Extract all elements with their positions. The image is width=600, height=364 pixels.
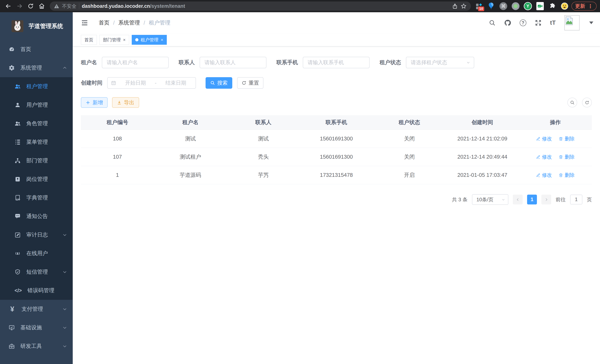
user-avatar[interactable] [564, 15, 580, 30]
extension-command[interactable]: ⌘ [499, 2, 508, 10]
font-size-icon[interactable]: tT [550, 19, 556, 26]
refresh-icon [585, 100, 590, 105]
sidebar-item-label: 短信管理 [26, 268, 48, 276]
sidebar-item-menu[interactable]: 菜单管理 [0, 133, 73, 151]
date-range-picker[interactable]: 开始日期 - 结束日期 [107, 77, 196, 89]
edit-link[interactable]: 修改 [536, 135, 552, 142]
browser-home-button[interactable] [37, 1, 47, 11]
extension-balloon[interactable] [487, 2, 495, 10]
app-logo-row[interactable]: 芋道管理系统 [0, 12, 73, 40]
sidebar-item-user[interactable]: 用户管理 [0, 96, 73, 114]
yen-icon: ¥ [9, 305, 16, 313]
delete-label: 删除 [564, 135, 575, 142]
delete-link[interactable]: 删除 [559, 135, 575, 142]
not-secure-warning-icon [54, 3, 59, 9]
sidebar-item-system[interactable]: 系统管理 [0, 59, 73, 77]
refresh-table-button[interactable] [582, 98, 592, 107]
tab-close-icon[interactable]: × [123, 37, 126, 42]
page-size-select[interactable]: 10条/页 [472, 194, 508, 205]
browser-profile-avatar[interactable] [560, 2, 569, 10]
sidebar: 芋道管理系统 首页 系统管理 租户管理 用户管理 角色管理 菜单管理 部门管理 [0, 12, 73, 364]
breadcrumb-home[interactable]: 首页 [99, 19, 110, 27]
search-button-label: 搜索 [217, 79, 228, 86]
sidebar-item-payment[interactable]: ¥ 支付管理 [0, 300, 73, 318]
sidebar-item-infra[interactable]: 基础设施 [0, 318, 73, 337]
edit-link[interactable]: 修改 [536, 172, 552, 178]
edit-label: 修改 [542, 154, 552, 160]
delete-link[interactable]: 删除 [559, 172, 575, 178]
tab-home[interactable]: 首页 [81, 35, 97, 45]
extensions-puzzle-button[interactable] [548, 2, 557, 10]
chevron-down-icon [62, 325, 67, 330]
refresh-icon [242, 81, 246, 85]
share-icon[interactable] [452, 3, 458, 9]
browser-back-button[interactable] [3, 1, 13, 11]
url-path: /system/tenant [150, 3, 185, 9]
sidebar-item-role[interactable]: 角色管理 [0, 114, 73, 133]
fullscreen-icon[interactable] [535, 19, 542, 26]
sidebar-item-error-code[interactable]: </> 错误码管理 [0, 281, 73, 300]
browser-update-button[interactable]: 更新 ⋮ [572, 2, 597, 10]
security-status-label[interactable]: 不安全 [62, 3, 76, 9]
reload-icon [28, 3, 34, 9]
current-page-button[interactable]: 1 [527, 195, 537, 205]
export-button[interactable]: 导出 [112, 97, 139, 108]
edit-link[interactable]: 修改 [536, 154, 552, 160]
avatar-dropdown-caret[interactable] [589, 21, 593, 24]
bookmark-star-icon[interactable] [460, 3, 467, 9]
sidebar-item-post[interactable]: 岗位管理 [0, 170, 73, 188]
trash-icon [559, 155, 563, 159]
add-button[interactable]: 新增 [81, 97, 108, 108]
status-select[interactable]: 请选择租户状态 [406, 57, 474, 68]
help-icon[interactable]: ? [520, 19, 526, 26]
header-search-icon[interactable] [489, 19, 496, 26]
browser-forward-button[interactable] [14, 1, 25, 11]
sidebar-item-sms[interactable]: 短信管理 [0, 263, 73, 281]
app-logo-image [11, 20, 23, 32]
table-header-row: 租户编号 租户名 联系人 联系手机 租户状态 创建时间 操作 [81, 115, 592, 130]
extension-record[interactable] [511, 2, 520, 10]
delete-label: 删除 [564, 172, 575, 178]
url-text[interactable]: dashboard.yudao.iocoder.cn/system/tenant [82, 3, 449, 9]
balloon-icon [488, 2, 494, 10]
goto-page-input[interactable] [570, 195, 582, 205]
sidebar-item-online-users[interactable]: 在线用户 [0, 244, 73, 263]
tab-dept[interactable]: 部门管理 × [99, 35, 129, 45]
tab-close-icon[interactable]: × [161, 37, 163, 42]
reset-button[interactable]: 重置 [237, 77, 263, 89]
sidebar-collapse-icon[interactable] [81, 19, 88, 27]
trash-icon [559, 173, 563, 177]
extension-y-app[interactable]: Y [524, 2, 532, 10]
sidebar-item-dict[interactable]: 字典管理 [0, 188, 73, 207]
extension-camera[interactable] [536, 2, 544, 10]
browser-reload-button[interactable] [26, 1, 36, 11]
sidebar-item-dev-tools[interactable]: 研发工具 [0, 337, 73, 355]
prev-page-button[interactable] [513, 195, 523, 205]
tenant-name-input[interactable] [102, 57, 169, 68]
sidebar-item-home[interactable]: 首页 [0, 40, 73, 59]
select-caret-icon [501, 198, 505, 202]
table-row: 1 芋道源码 芋艿 17321315478 开启 2021-01-05 17:0… [81, 166, 592, 184]
sidebar-item-notice[interactable]: 通知公告 [0, 207, 73, 226]
address-bar[interactable]: 不安全 dashboard.yudao.iocoder.cn/system/te… [50, 1, 471, 11]
col-header-id: 租户编号 [81, 119, 154, 126]
search-button[interactable]: 搜索 [206, 77, 232, 89]
sidebar-item-audit-log[interactable]: 审计日志 [0, 226, 73, 244]
breadcrumb-system[interactable]: 系统管理 [118, 19, 140, 27]
sidebar-item-tenant[interactable]: 租户管理 [0, 77, 73, 96]
back-arrow-icon [5, 3, 11, 9]
github-icon[interactable] [504, 19, 511, 26]
end-date-placeholder: 结束日期 [159, 79, 192, 86]
extension-grid-icon[interactable]: 10 [475, 2, 483, 10]
delete-link[interactable]: 删除 [559, 154, 575, 160]
contact-input[interactable] [200, 57, 266, 68]
sidebar-item-label: 支付管理 [21, 305, 43, 313]
sidebar-item-dept[interactable]: 部门管理 [0, 151, 73, 170]
next-page-button[interactable] [541, 195, 551, 205]
tab-tenant[interactable]: 租户管理 × [132, 35, 167, 45]
phone-input[interactable] [303, 57, 370, 68]
filter-created: 创建时间 开始日期 - 结束日期 [81, 77, 196, 89]
range-separator: - [155, 80, 156, 86]
toggle-search-button[interactable] [567, 98, 577, 107]
kebab-menu-icon[interactable]: ⋮ [588, 3, 593, 9]
